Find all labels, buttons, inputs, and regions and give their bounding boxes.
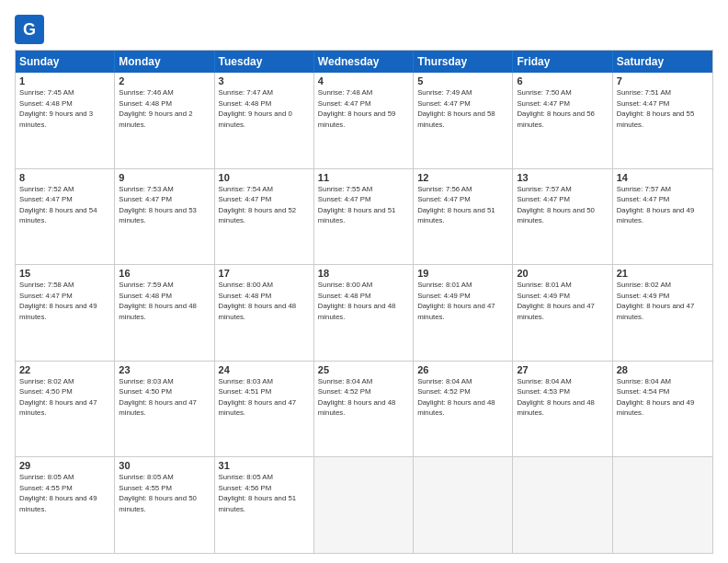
cell-info: Sunrise: 7:52 AMSunset: 4:47 PMDaylight:… [19, 185, 97, 225]
day-number: 6 [517, 75, 608, 86]
cell-info: Sunrise: 7:57 AMSunset: 4:47 PMDaylight:… [517, 185, 595, 225]
cell-info: Sunrise: 7:47 AMSunset: 4:48 PMDaylight:… [219, 88, 292, 129]
day-number: 10 [219, 172, 310, 183]
calendar-cell: 5Sunrise: 7:49 AMSunset: 4:47 PMDaylight… [414, 73, 513, 168]
cell-info: Sunrise: 7:56 AMSunset: 4:47 PMDaylight:… [417, 185, 495, 225]
cell-info: Sunrise: 7:57 AMSunset: 4:47 PMDaylight:… [617, 185, 695, 225]
calendar-cell: 25Sunrise: 8:04 AMSunset: 4:52 PMDayligh… [314, 362, 414, 457]
cell-info: Sunrise: 8:03 AMSunset: 4:51 PMDaylight:… [219, 377, 297, 418]
calendar-row-1: 1Sunrise: 7:45 AMSunset: 4:48 PMDaylight… [16, 73, 712, 168]
calendar-row-5: 29Sunrise: 8:05 AMSunset: 4:55 PMDayligh… [16, 456, 712, 553]
cell-info: Sunrise: 8:00 AMSunset: 4:48 PMDaylight:… [219, 281, 297, 321]
cell-info: Sunrise: 7:50 AMSunset: 4:47 PMDaylight:… [517, 88, 595, 129]
calendar-cell: 2Sunrise: 7:46 AMSunset: 4:48 PMDaylight… [115, 73, 214, 168]
calendar-row-2: 8Sunrise: 7:52 AMSunset: 4:47 PMDaylight… [16, 168, 712, 265]
calendar-cell: 18Sunrise: 8:00 AMSunset: 4:48 PMDayligh… [314, 265, 414, 361]
day-number: 23 [119, 364, 210, 375]
calendar-cell: 9Sunrise: 7:53 AMSunset: 4:47 PMDaylight… [115, 169, 214, 265]
day-number: 2 [119, 75, 210, 86]
calendar-cell: 19Sunrise: 8:01 AMSunset: 4:49 PMDayligh… [414, 265, 513, 361]
header-tuesday: Tuesday [215, 51, 314, 73]
cell-info: Sunrise: 7:46 AMSunset: 4:48 PMDaylight:… [119, 88, 192, 129]
day-number: 31 [219, 460, 310, 471]
day-number: 18 [318, 268, 409, 279]
day-number: 14 [617, 172, 709, 183]
day-number: 19 [417, 268, 508, 279]
cell-info: Sunrise: 8:05 AMSunset: 4:56 PMDaylight:… [219, 473, 297, 513]
day-number: 24 [219, 364, 310, 375]
calendar-cell: 11Sunrise: 7:55 AMSunset: 4:47 PMDayligh… [314, 169, 414, 265]
header-thursday: Thursday [414, 51, 513, 73]
calendar-cell [414, 457, 513, 553]
cell-info: Sunrise: 7:53 AMSunset: 4:47 PMDaylight:… [119, 185, 197, 225]
cell-info: Sunrise: 8:02 AMSunset: 4:49 PMDaylight:… [617, 281, 695, 321]
calendar-cell: 7Sunrise: 7:51 AMSunset: 4:47 PMDaylight… [613, 73, 712, 168]
header-wednesday: Wednesday [314, 51, 414, 73]
page: G Sunday Monday Tuesday Wednesday Thursd… [0, 0, 728, 563]
calendar-cell: 29Sunrise: 8:05 AMSunset: 4:55 PMDayligh… [16, 457, 115, 553]
svg-text:G: G [23, 20, 36, 39]
day-number: 22 [19, 364, 110, 375]
day-number: 17 [219, 268, 310, 279]
calendar-cell: 12Sunrise: 7:56 AMSunset: 4:47 PMDayligh… [414, 169, 513, 265]
day-number: 7 [617, 75, 709, 86]
cell-info: Sunrise: 7:54 AMSunset: 4:47 PMDaylight:… [219, 185, 297, 225]
calendar-cell: 4Sunrise: 7:48 AMSunset: 4:47 PMDaylight… [314, 73, 414, 168]
calendar-cell [314, 457, 414, 553]
day-number: 30 [119, 460, 210, 471]
day-number: 15 [19, 268, 110, 279]
cell-info: Sunrise: 7:58 AMSunset: 4:47 PMDaylight:… [19, 281, 97, 321]
day-number: 11 [318, 172, 409, 183]
calendar-cell: 27Sunrise: 8:04 AMSunset: 4:53 PMDayligh… [513, 362, 612, 457]
calendar-cell: 14Sunrise: 7:57 AMSunset: 4:47 PMDayligh… [613, 169, 712, 265]
cell-info: Sunrise: 8:04 AMSunset: 4:52 PMDaylight:… [318, 377, 396, 418]
calendar-cell: 21Sunrise: 8:02 AMSunset: 4:49 PMDayligh… [613, 265, 712, 361]
header-friday: Friday [513, 51, 612, 73]
header-monday: Monday [115, 51, 214, 73]
calendar-row-3: 15Sunrise: 7:58 AMSunset: 4:47 PMDayligh… [16, 264, 712, 361]
day-number: 5 [417, 75, 508, 86]
calendar-cell [513, 457, 612, 553]
cell-info: Sunrise: 7:49 AMSunset: 4:47 PMDaylight:… [417, 88, 495, 129]
cell-info: Sunrise: 8:04 AMSunset: 4:53 PMDaylight:… [517, 377, 595, 418]
calendar-cell: 31Sunrise: 8:05 AMSunset: 4:56 PMDayligh… [215, 457, 314, 553]
day-number: 20 [517, 268, 608, 279]
day-number: 29 [19, 460, 110, 471]
calendar-cell [613, 457, 712, 553]
day-number: 28 [617, 364, 709, 375]
cell-info: Sunrise: 8:04 AMSunset: 4:52 PMDaylight:… [417, 377, 495, 418]
day-number: 1 [19, 75, 110, 86]
day-number: 13 [517, 172, 608, 183]
day-number: 25 [318, 364, 409, 375]
calendar-cell: 8Sunrise: 7:52 AMSunset: 4:47 PMDaylight… [16, 169, 115, 265]
day-number: 8 [19, 172, 110, 183]
calendar-header: Sunday Monday Tuesday Wednesday Thursday… [16, 51, 712, 73]
cell-info: Sunrise: 8:04 AMSunset: 4:54 PMDaylight:… [617, 377, 695, 418]
cell-info: Sunrise: 8:05 AMSunset: 4:55 PMDaylight:… [19, 473, 97, 513]
calendar-cell: 6Sunrise: 7:50 AMSunset: 4:47 PMDaylight… [513, 73, 612, 168]
cell-info: Sunrise: 8:03 AMSunset: 4:50 PMDaylight:… [119, 377, 197, 418]
cell-info: Sunrise: 8:02 AMSunset: 4:50 PMDaylight:… [19, 377, 97, 418]
day-number: 26 [417, 364, 508, 375]
calendar-cell: 23Sunrise: 8:03 AMSunset: 4:50 PMDayligh… [115, 362, 214, 457]
calendar-row-4: 22Sunrise: 8:02 AMSunset: 4:50 PMDayligh… [16, 361, 712, 457]
day-number: 27 [517, 364, 608, 375]
calendar-cell: 20Sunrise: 8:01 AMSunset: 4:49 PMDayligh… [513, 265, 612, 361]
calendar-cell: 17Sunrise: 8:00 AMSunset: 4:48 PMDayligh… [215, 265, 314, 361]
calendar-cell: 22Sunrise: 8:02 AMSunset: 4:50 PMDayligh… [16, 362, 115, 457]
day-number: 9 [119, 172, 210, 183]
cell-info: Sunrise: 8:00 AMSunset: 4:48 PMDaylight:… [318, 281, 396, 321]
calendar-body: 1Sunrise: 7:45 AMSunset: 4:48 PMDaylight… [16, 73, 712, 553]
cell-info: Sunrise: 8:01 AMSunset: 4:49 PMDaylight:… [517, 281, 595, 321]
calendar-cell: 1Sunrise: 7:45 AMSunset: 4:48 PMDaylight… [16, 73, 115, 168]
calendar: Sunday Monday Tuesday Wednesday Thursday… [15, 50, 713, 554]
day-number: 21 [617, 268, 709, 279]
cell-info: Sunrise: 8:05 AMSunset: 4:55 PMDaylight:… [119, 473, 197, 513]
cell-info: Sunrise: 7:45 AMSunset: 4:48 PMDaylight:… [19, 88, 93, 129]
calendar-cell: 13Sunrise: 7:57 AMSunset: 4:47 PMDayligh… [513, 169, 612, 265]
day-number: 4 [318, 75, 409, 86]
header: G [15, 15, 713, 44]
cell-info: Sunrise: 8:01 AMSunset: 4:49 PMDaylight:… [417, 281, 495, 321]
logo: G [15, 15, 48, 44]
cell-info: Sunrise: 7:51 AMSunset: 4:47 PMDaylight:… [617, 88, 695, 129]
